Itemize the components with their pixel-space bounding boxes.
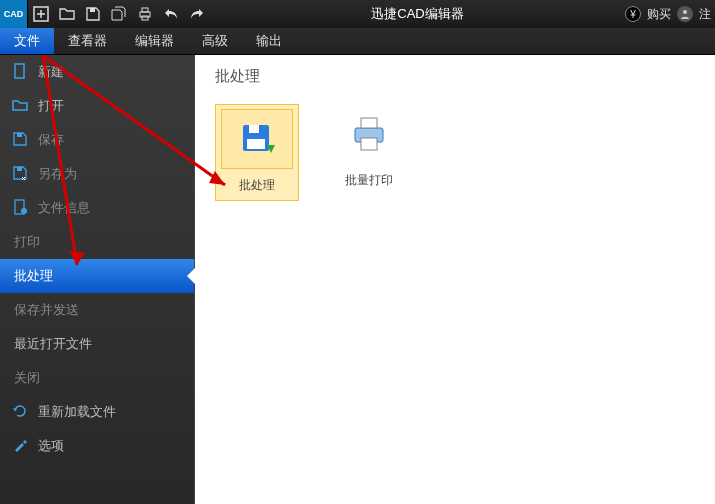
svg-rect-7	[17, 133, 22, 137]
sidebar-item-label: 另存为	[38, 165, 77, 183]
menu-item-3[interactable]: 高级	[188, 28, 242, 54]
sidebar-item-label: 重新加载文件	[38, 403, 116, 421]
svg-rect-14	[247, 139, 265, 149]
titlebar: CAD 迅捷CAD编辑器 ¥ 购买 注	[0, 0, 715, 28]
user-avatar-icon[interactable]	[677, 6, 693, 22]
sidebar-item-label: 保存并发送	[14, 301, 79, 319]
tile-label: 批量打印	[329, 172, 409, 189]
saveall-icon[interactable]	[106, 0, 132, 28]
batch-save-icon	[221, 109, 293, 169]
print-icon[interactable]	[132, 0, 158, 28]
content-heading: 批处理	[215, 67, 695, 86]
menu-item-0[interactable]: 文件	[0, 28, 54, 54]
saveas-icon	[12, 165, 28, 184]
reload-icon	[12, 403, 28, 422]
new-doc-icon[interactable]	[28, 0, 54, 28]
sidebar-item-11[interactable]: 选项	[0, 429, 194, 463]
svg-point-5	[683, 10, 687, 14]
info-icon	[12, 199, 28, 218]
svg-rect-17	[361, 118, 377, 128]
sidebar-item-label: 打开	[38, 97, 64, 115]
open-icon	[12, 97, 28, 116]
sidebar-item-0[interactable]: 新建	[0, 55, 194, 89]
svg-rect-1	[90, 8, 95, 12]
sidebar-item-label: 文件信息	[38, 199, 90, 217]
sidebar-item-label: 保存	[38, 131, 64, 149]
menu-item-4[interactable]: 输出	[242, 28, 296, 54]
sidebar-item-label: 打印	[14, 233, 40, 251]
tile-0[interactable]: 批处理	[215, 104, 299, 201]
svg-rect-8	[17, 167, 22, 171]
tile-grid: 批处理批量打印	[215, 104, 695, 201]
buy-link[interactable]: 购买	[647, 6, 671, 23]
currency-icon[interactable]: ¥	[625, 6, 641, 22]
sidebar-item-9[interactable]: 关闭	[0, 361, 194, 395]
tile-label: 批处理	[216, 177, 298, 194]
save-icon	[12, 131, 28, 150]
sidebar-item-label: 新建	[38, 63, 64, 81]
svg-rect-3	[142, 8, 148, 12]
menubar: 文件查看器编辑器高级输出	[0, 28, 715, 55]
app-logo: CAD	[0, 0, 28, 28]
save-icon[interactable]	[80, 0, 106, 28]
sidebar-item-5[interactable]: 打印	[0, 225, 194, 259]
app-title: 迅捷CAD编辑器	[210, 5, 625, 23]
content-pane: 批处理 批处理批量打印	[195, 55, 715, 504]
sidebar-item-7[interactable]: 保存并发送	[0, 293, 194, 327]
tile-1[interactable]: 批量打印	[329, 104, 409, 201]
sidebar-item-3[interactable]: 另存为	[0, 157, 194, 191]
sidebar-item-label: 关闭	[14, 369, 40, 387]
user-label[interactable]: 注	[699, 6, 711, 23]
svg-rect-6	[15, 64, 24, 78]
sidebar-item-8[interactable]: 最近打开文件	[0, 327, 194, 361]
sidebar-item-label: 批处理	[14, 267, 53, 285]
batch-print-icon	[333, 104, 405, 164]
sidebar-item-label: 最近打开文件	[14, 335, 92, 353]
svg-rect-13	[249, 125, 259, 133]
sidebar-item-10[interactable]: 重新加载文件	[0, 395, 194, 429]
undo-icon[interactable]	[158, 0, 184, 28]
sidebar-item-label: 选项	[38, 437, 64, 455]
open-folder-icon[interactable]	[54, 0, 80, 28]
options-icon	[12, 437, 28, 456]
svg-rect-18	[361, 138, 377, 150]
menu-item-1[interactable]: 查看器	[54, 28, 121, 54]
sidebar-item-4[interactable]: 文件信息	[0, 191, 194, 225]
sidebar-item-2[interactable]: 保存	[0, 123, 194, 157]
redo-icon[interactable]	[184, 0, 210, 28]
file-menu-sidebar: 新建打开保存另存为文件信息打印批处理保存并发送最近打开文件关闭重新加载文件选项	[0, 55, 195, 504]
sidebar-item-6[interactable]: 批处理	[0, 259, 194, 293]
menu-item-2[interactable]: 编辑器	[121, 28, 188, 54]
sidebar-item-1[interactable]: 打开	[0, 89, 194, 123]
new-icon	[12, 63, 28, 82]
svg-point-10	[21, 208, 27, 214]
